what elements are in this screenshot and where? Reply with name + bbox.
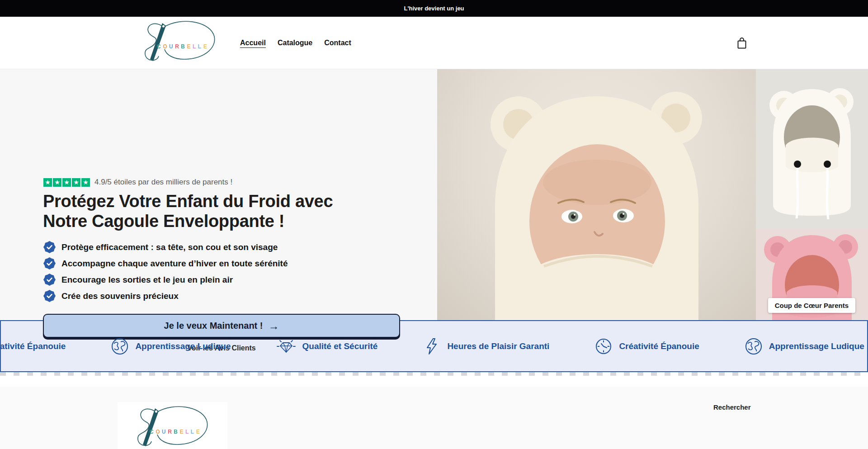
feature-label: Créativité Épanouie xyxy=(0,341,66,351)
globe-icon xyxy=(745,337,763,355)
child-photo xyxy=(437,69,756,320)
needle-thread-icon xyxy=(131,406,213,449)
star-icon: ★ xyxy=(72,178,80,187)
announcement-bar: L'hiver devient un jeu xyxy=(0,0,868,17)
nav-item-accueil[interactable]: Accueil xyxy=(240,39,266,47)
rating-row: ★ ★ ★ ★ ★ 4.9/5 étoiles par des milliers… xyxy=(43,178,232,187)
product-photos xyxy=(756,69,868,320)
feature-label: Qualité et Sécurité xyxy=(302,341,378,351)
benefit-item: Encourage les sorties et le jeu en plein… xyxy=(43,274,288,286)
hero-section: ★ ★ ★ ★ ★ 4.9/5 étoiles par des milliers… xyxy=(0,69,868,320)
badge-check-icon xyxy=(43,241,56,253)
cart-button[interactable] xyxy=(735,37,749,50)
globe-icon xyxy=(111,337,129,355)
announcement-text: L'hiver devient un jeu xyxy=(404,5,464,12)
star-icon: ★ xyxy=(53,178,61,187)
hero-title-line2: Notre Cagoule Enveloppante ! xyxy=(43,211,333,231)
feature-label: Apprentissage Ludique xyxy=(135,341,231,351)
feature-label: Heures de Plaisir Garanti xyxy=(447,341,549,351)
child-in-bear-hood-illustration xyxy=(437,69,756,320)
feature-label: Apprentissage Ludique xyxy=(769,341,864,351)
badge-check-icon xyxy=(43,274,56,286)
site-header: COURBELLE Accueil Catalogue Contact xyxy=(0,17,868,69)
badge-check-icon xyxy=(43,290,56,302)
diamond-icon xyxy=(276,337,296,355)
star-icon: ★ xyxy=(62,178,71,187)
section-divider xyxy=(0,372,868,387)
benefits-list: Protège efficacement : sa tête, son cou … xyxy=(43,241,288,306)
nav-item-catalogue[interactable]: Catalogue xyxy=(278,39,312,47)
benefit-item: Protège efficacement : sa tête, son cou … xyxy=(43,241,288,253)
footer-brand-logo: COURBELLE xyxy=(131,406,213,449)
clock-icon xyxy=(594,337,613,355)
footer-search-link[interactable]: Rechercher xyxy=(713,403,751,411)
features-strip: Créativité Épanouie Apprentissage Ludiqu… xyxy=(0,320,868,372)
footer-brand-name: COURBELLE xyxy=(150,429,202,435)
feature-item: Heures de Plaisir Garanti xyxy=(423,337,549,355)
trustpilot-stars: ★ ★ ★ ★ ★ xyxy=(43,178,90,187)
hero-image: Coup de Cœur Parents xyxy=(437,69,868,320)
feature-item: Qualité et Sécurité xyxy=(276,337,378,355)
footer-logo-card[interactable]: COURBELLE xyxy=(118,402,227,449)
dashed-pattern xyxy=(0,372,868,376)
feature-item: Créativité Épanouie xyxy=(0,337,66,355)
feature-item: Apprentissage Ludique xyxy=(745,337,864,355)
benefit-text: Protège efficacement : sa tête, son cou … xyxy=(61,242,278,252)
feature-label: Créativité Épanouie xyxy=(619,341,699,351)
hero-title: Protégez Votre Enfant du Froid avec Notr… xyxy=(43,191,333,231)
brand-name: COURBELLE xyxy=(157,43,209,50)
nav-item-contact[interactable]: Contact xyxy=(324,39,351,47)
lightning-icon xyxy=(423,337,441,355)
benefit-text: Accompagne chaque aventure d’hiver en to… xyxy=(61,259,288,269)
badge-check-icon xyxy=(43,257,56,269)
hero-content: ★ ★ ★ ★ ★ 4.9/5 étoiles par des milliers… xyxy=(0,69,437,320)
site-footer: COURBELLE Rechercher xyxy=(0,387,868,449)
benefit-text: Encourage les sorties et le jeu en plein… xyxy=(61,275,233,285)
benefit-item: Accompagne chaque aventure d’hiver en to… xyxy=(43,257,288,269)
shopping-bag-icon xyxy=(736,37,748,50)
white-hood-illustration xyxy=(756,69,868,229)
parents-favorite-badge: Coup de Cœur Parents xyxy=(768,298,855,313)
benefit-text: Crée des souvenirs précieux xyxy=(61,291,179,301)
feature-item: Créativité Épanouie xyxy=(594,337,699,355)
brand-logo[interactable]: COURBELLE xyxy=(138,20,221,67)
benefit-item: Crée des souvenirs précieux xyxy=(43,290,288,302)
features-marquee: Créativité Épanouie Apprentissage Ludiqu… xyxy=(0,321,868,371)
feature-item: Apprentissage Ludique xyxy=(111,337,231,355)
hero-title-line1: Protégez Votre Enfant du Froid avec xyxy=(43,191,333,211)
main-nav: Accueil Catalogue Contact xyxy=(240,17,351,69)
white-hood-photo xyxy=(756,69,868,229)
star-icon: ★ xyxy=(43,178,52,187)
rating-text: 4.9/5 étoiles par des milliers de parent… xyxy=(94,178,232,187)
star-icon: ★ xyxy=(81,178,90,187)
